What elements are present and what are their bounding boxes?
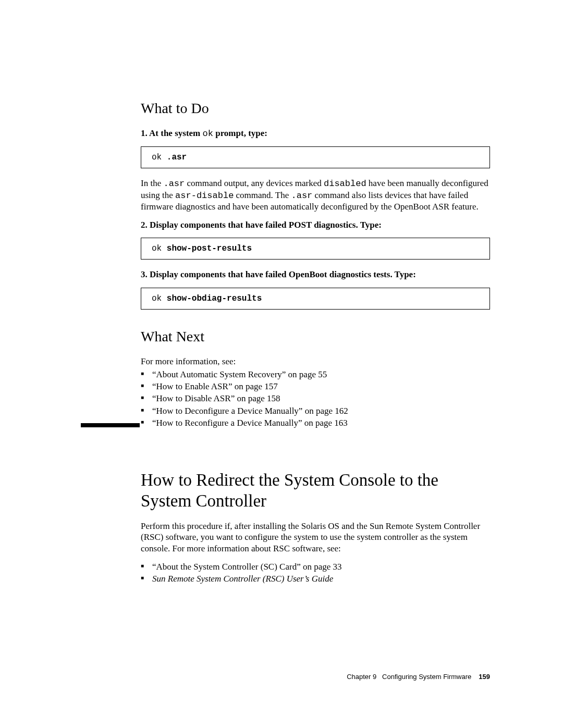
text: command output, any devices marked <box>185 178 324 188</box>
page: What to Do 1. At the system ok prompt, t… <box>0 0 563 728</box>
inline-code: disabled <box>324 179 366 189</box>
inline-code-ok: ok <box>203 129 213 139</box>
text: command. The <box>234 190 291 200</box>
inline-code: .asr <box>163 179 185 189</box>
step-3: 3. Display components that have failed O… <box>141 269 490 280</box>
footer-page-number: 159 <box>479 673 490 681</box>
footer-title: Configuring System Firmware <box>382 673 471 681</box>
code-cmd-asr: .asr <box>167 153 187 162</box>
footer-chapter: Chapter 9 <box>347 673 376 681</box>
list-item: “How to Enable ASR” on page 157 <box>141 381 490 392</box>
step-1-prefix: 1. At the system <box>141 128 203 138</box>
page-footer: Chapter 9 Configuring System Firmware159 <box>347 673 490 681</box>
code-prompt: ok <box>152 294 167 303</box>
italic-ref: Sun Remote System Controller (RSC) User’… <box>152 574 333 584</box>
what-next-intro: For more information, see: <box>141 356 490 367</box>
code-block-post: ok show-post-results <box>141 238 490 260</box>
subsection-heading-what-to-do: What to Do <box>141 99 490 117</box>
code-cmd-obdiag: show-obdiag-results <box>167 294 262 303</box>
step-1: 1. At the system ok prompt, type: <box>141 128 490 139</box>
list-item: Sun Remote System Controller (RSC) User’… <box>141 573 490 584</box>
section-heading-redirect: How to Redirect the System Console to th… <box>141 470 490 511</box>
paragraph-asr-explain: In the .asr command output, any devices … <box>141 178 490 212</box>
inline-code: asr-disable <box>175 191 234 201</box>
step-2: 2. Display components that have failed P… <box>141 219 490 230</box>
redirect-intro: Perform this procedure if, after install… <box>141 521 490 554</box>
text: In the <box>141 178 163 188</box>
list-item: “About Automatic System Recovery” on pag… <box>141 369 490 380</box>
list-item: “About the System Controller (SC) Card” … <box>141 561 490 572</box>
code-prompt: ok <box>152 153 167 162</box>
code-block-asr: ok .asr <box>141 146 490 168</box>
code-block-obdiag: ok show-obdiag-results <box>141 288 490 310</box>
list-item: “How to Reconfigure a Device Manually” o… <box>141 417 490 428</box>
code-cmd-post: show-post-results <box>167 244 252 253</box>
code-prompt: ok <box>152 244 167 253</box>
step-1-suffix: prompt, type: <box>213 128 267 138</box>
redirect-list: “About the System Controller (SC) Card” … <box>141 561 490 585</box>
inline-code: .asr <box>291 191 313 201</box>
list-item: “How to Disable ASR” on page 158 <box>141 393 490 404</box>
what-next-list: “About Automatic System Recovery” on pag… <box>141 369 490 428</box>
list-item: “How to Deconfigure a Device Manually” o… <box>141 405 490 416</box>
subsection-heading-what-next: What Next <box>141 327 490 346</box>
section-rule-icon <box>81 423 140 427</box>
